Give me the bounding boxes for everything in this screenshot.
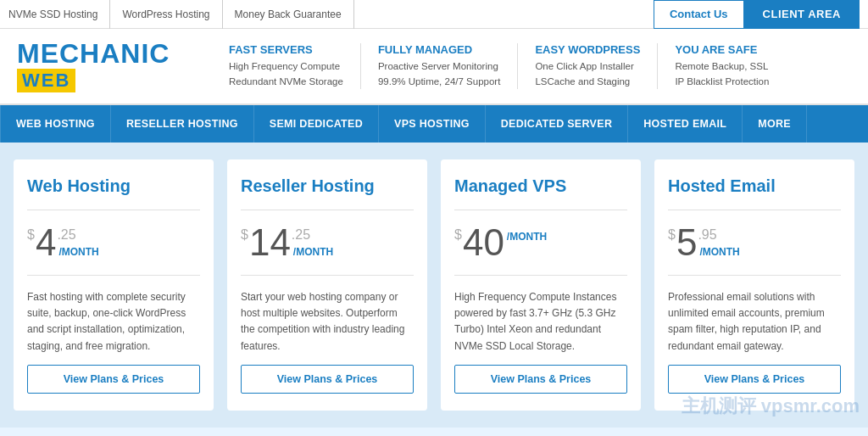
top-bar-links: NVMe SSD Hosting WordPress Hosting Money… [8, 0, 354, 29]
nav-semi-dedicated[interactable]: SEMI DEDICATED [254, 105, 379, 143]
nav-reseller-hosting[interactable]: RESELLER HOSTING [111, 105, 254, 143]
card-reseller-desc: Start your web hosting company or host m… [241, 289, 414, 355]
logo-web-text: WEB [17, 69, 75, 92]
price-cents-email: .95 [698, 227, 716, 243]
nav-dedicated-server[interactable]: DEDICATED SERVER [486, 105, 628, 143]
pricing-card-reseller-hosting: Reseller Hosting $ 14 .25 /MONTH Start y… [227, 159, 427, 411]
feature-fast-servers: FAST SERVERS High Frequency Compute Redu… [212, 43, 360, 89]
price-main-reseller: 14 [249, 224, 291, 261]
card-email-price: $ 5 .95 /MONTH [668, 224, 841, 261]
view-plans-vps[interactable]: View Plans & Prices [454, 365, 627, 394]
top-bar: NVMe SSD Hosting WordPress Hosting Money… [0, 0, 868, 29]
feature-you-are-safe: YOU ARE SAFE Remote Backup, SSL IP Black… [657, 43, 786, 89]
feature-wp-desc: One Click App Installer LSCache and Stag… [535, 59, 640, 89]
topbar-link-wp[interactable]: WordPress Hosting [110, 0, 222, 29]
logo-mechanic-text: MECHANIC [17, 40, 170, 67]
card-reseller-price: $ 14 .25 /MONTH [241, 224, 414, 261]
nav-more[interactable]: MORE [743, 105, 807, 143]
main-nav: WEB HOSTING RESELLER HOSTING SEMI DEDICA… [0, 105, 868, 143]
price-month-vps: /MONTH [507, 231, 547, 243]
price-main-web: 4 [36, 224, 56, 261]
top-bar-actions: Contact Us CLIENT AREA [654, 0, 860, 29]
feature-easy-wordpress: EASY WORDPRESS One Click App Installer L… [517, 43, 657, 89]
price-main-vps: 40 [463, 224, 504, 261]
card-web-hosting-title: Web Hosting [27, 176, 200, 196]
feature-fast-desc: High Frequency Compute Redundant NVMe St… [229, 59, 343, 89]
price-month-reseller: /MONTH [293, 246, 333, 258]
nav-vps-hosting[interactable]: VPS HOSTING [379, 105, 486, 143]
feature-managed-desc: Proactive Server Monitoring 99.9% Uptime… [378, 59, 500, 89]
logo[interactable]: MECHANIC WEB [17, 40, 186, 92]
price-dollar-vps: $ [454, 227, 462, 243]
card-reseller-title: Reseller Hosting [241, 176, 414, 196]
price-cents-web: .25 [57, 227, 75, 243]
price-month-web: /MONTH [58, 246, 98, 258]
pricing-card-managed-vps: Managed VPS $ 40 /MONTH High Frequency C… [441, 159, 641, 411]
client-area-button[interactable]: CLIENT AREA [744, 0, 860, 29]
feature-fast-title: FAST SERVERS [229, 43, 343, 56]
price-dollar-web: $ [27, 227, 35, 243]
card-vps-title: Managed VPS [454, 176, 627, 196]
nav-web-hosting[interactable]: WEB HOSTING [0, 105, 111, 143]
price-month-email: /MONTH [699, 246, 739, 258]
price-dollar-email: $ [668, 227, 676, 243]
feature-managed-title: FULLY MANAGED [378, 43, 500, 56]
view-plans-email[interactable]: View Plans & Prices [668, 365, 841, 394]
topbar-link-mbg[interactable]: Money Back Guarantee [223, 0, 354, 29]
card-vps-desc: High Frequency Compute Instances powered… [454, 289, 627, 355]
pricing-card-hosted-email: Hosted Email $ 5 .95 /MONTH Professional… [654, 159, 854, 411]
card-web-hosting-price: $ 4 .25 /MONTH [27, 224, 200, 261]
price-main-email: 5 [676, 224, 697, 261]
contact-us-button[interactable]: Contact Us [654, 0, 744, 29]
price-cents-reseller: .25 [292, 227, 310, 243]
card-vps-price: $ 40 /MONTH [454, 224, 627, 261]
card-email-title: Hosted Email [668, 176, 841, 196]
price-dollar-reseller: $ [241, 227, 248, 243]
card-web-hosting-desc: Fast hosting with complete security suit… [27, 289, 200, 355]
topbar-link-nvme[interactable]: NVMe SSD Hosting [8, 0, 110, 29]
feature-safe-desc: Remote Backup, SSL IP Blacklist Protecti… [675, 59, 769, 89]
header-features: FAST SERVERS High Frequency Compute Redu… [212, 43, 851, 89]
pricing-section: Web Hosting $ 4 .25 /MONTH Fast hosting … [0, 143, 868, 428]
view-plans-web-hosting[interactable]: View Plans & Prices [27, 365, 200, 394]
pricing-card-web-hosting: Web Hosting $ 4 .25 /MONTH Fast hosting … [14, 159, 214, 411]
feature-wp-title: EASY WORDPRESS [535, 43, 640, 56]
site-header: MECHANIC WEB FAST SERVERS High Frequency… [0, 29, 868, 105]
feature-fully-managed: FULLY MANAGED Proactive Server Monitorin… [360, 43, 517, 89]
card-email-desc: Professional email solutions with unlimi… [668, 289, 841, 355]
feature-safe-title: YOU ARE SAFE [675, 43, 769, 56]
view-plans-reseller[interactable]: View Plans & Prices [241, 365, 414, 394]
nav-hosted-email[interactable]: HOSTED EMAIL [628, 105, 743, 143]
